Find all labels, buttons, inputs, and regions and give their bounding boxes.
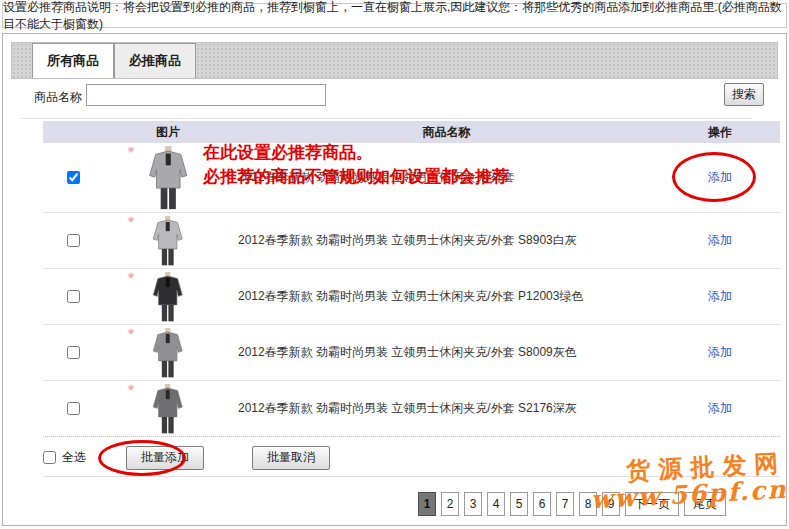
add-link[interactable]: 添加 [708,232,732,249]
page-button-6[interactable]: 6 [533,492,551,516]
table-header: 图片 商品名称 操作 [43,121,780,143]
red-annotation-text: 在此设置必推荐商品。 必推荐的商品不管规则如何设置都会推荐 [203,141,509,189]
row-checkbox[interactable] [67,402,80,415]
product-name: 2012春季新款 劲霸时尚男装 立领男士休闲夹克/外套 S8009灰色 [233,344,660,361]
main-panel: 所有商品 必推商品 商品名称 搜索 图片 商品名称 操作 [2,33,787,526]
table-row: ⚛ 2012春季新款 劲霸时尚男装 立领男士休闲夹克/外套 S8009灰色 添加 [43,325,780,381]
jacket-graphic [143,146,194,210]
page-button-4[interactable]: 4 [487,492,505,516]
table-row: ⚛ 2012春季新款 劲霸时尚男装 立领男士休闲夹克/外套 P12003绿色 添… [43,269,780,325]
last-page-button[interactable]: 尾页 [684,492,726,516]
jacket-graphic [148,384,187,434]
batch-cancel-button[interactable]: 批量取消 [252,446,330,470]
select-all-checkbox[interactable] [43,451,56,464]
page-button-2[interactable]: 2 [441,492,459,516]
product-name-input[interactable] [86,84,326,106]
next-page-button[interactable]: 下一页 [625,492,679,516]
instruction-text: 设置必推荐商品说明：将会把设置到必推的商品，推荐到橱窗上，一直在橱窗上展示,因此… [3,0,786,33]
product-name: 2012春季新款 劲霸时尚男装 立领男士休闲夹克/外套 P12003绿色 [233,288,660,305]
jacket-graphic [148,328,187,378]
page: 设置必推荐商品说明：将会把设置到必推的商品，推荐到橱窗上，一直在橱窗上展示,因此… [0,0,789,529]
brand-stamp-icon: ⚛ [127,272,135,281]
row-checkbox[interactable] [67,290,80,303]
add-link[interactable]: 添加 [708,288,732,305]
add-link[interactable]: 添加 [708,169,732,186]
add-link[interactable]: 添加 [708,400,732,417]
tab-strip: 所有商品 必推商品 [11,42,778,79]
brand-stamp-icon: ⚛ [127,328,135,337]
batch-add-button[interactable]: 批量添加 [126,446,204,470]
header-action: 操作 [660,124,780,141]
jacket-graphic [148,216,187,266]
product-image[interactable]: ⚛ [139,272,197,322]
row-checkbox[interactable] [67,234,80,247]
brand-stamp-icon: ⚛ [127,216,135,225]
add-link[interactable]: 添加 [708,344,732,361]
product-name: 2012春季新款 劲霸时尚男装 立领男士休闲夹克/外套 S8903白灰 [233,232,660,249]
table-row: ⚛ 2012春季新款 劲霸时尚男装 立领男士休闲夹克/外套 S2176深灰 添加 [43,381,780,437]
tab-all-products-label: 所有商品 [47,52,99,70]
tab-must-products-label: 必推商品 [129,52,181,70]
product-image[interactable]: ⚛ [139,216,197,266]
brand-stamp-icon: ⚛ [127,146,135,155]
pagination: 1 2 3 4 5 6 7 8 9 下一页 尾页 [418,492,726,516]
select-all-label: 全选 [62,449,86,466]
page-button-1[interactable]: 1 [418,492,436,516]
batch-actions-row: 全选 批量添加 批量取消 [43,439,780,477]
header-image: 图片 [103,124,233,141]
product-image[interactable]: ⚛ [139,384,197,434]
page-button-9[interactable]: 9 [602,492,620,516]
product-image[interactable]: ⚛ [139,328,197,378]
tab-must-products[interactable]: 必推商品 [114,43,196,78]
table-row: ⚛ 2012春季新款 劲霸时尚男装 立领男士休闲夹克/外套 S8903白灰 添加 [43,213,780,269]
divider [21,118,752,119]
jacket-graphic [148,272,187,322]
page-button-3[interactable]: 3 [464,492,482,516]
tab-all-products[interactable]: 所有商品 [32,43,114,78]
page-button-8[interactable]: 8 [579,492,597,516]
search-button[interactable]: 搜索 [724,83,764,106]
page-button-7[interactable]: 7 [556,492,574,516]
row-checkbox[interactable] [67,346,80,359]
brand-stamp-icon: ⚛ [127,384,135,393]
product-name: 2012春季新款 劲霸时尚男装 立领男士休闲夹克/外套 S2176深灰 [233,400,660,417]
header-name: 商品名称 [233,124,660,141]
product-image[interactable]: ⚛ [139,146,197,210]
red-annotation-line1: 在此设置必推荐商品。 [203,141,509,165]
product-name-label: 商品名称 [34,89,82,106]
red-annotation-line2: 必推荐的商品不管规则如何设置都会推荐 [203,165,509,189]
row-checkbox[interactable] [67,171,80,184]
page-button-5[interactable]: 5 [510,492,528,516]
instruction-bar: 设置必推荐商品说明：将会把设置到必推的商品，推荐到橱窗上，一直在橱窗上展示,因此… [2,3,787,28]
